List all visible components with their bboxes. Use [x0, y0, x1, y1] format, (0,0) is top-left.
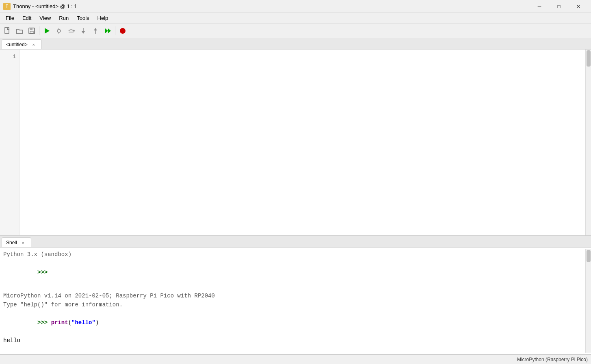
run-button[interactable] — [41, 25, 52, 37]
step-over-button[interactable] — [65, 25, 77, 37]
shell-text-area: Python 3.x (sandbox) >>> MicroPython v1.… — [0, 249, 585, 353]
debug-button[interactable] — [53, 25, 65, 37]
menu-bar: File Edit View Run Tools Help — [0, 13, 591, 24]
close-button[interactable]: ✕ — [569, 0, 588, 13]
shell-line-empty-prompt: >>> — [3, 259, 582, 286]
svg-point-5 — [57, 29, 61, 32]
shell-line-sandbox: Python 3.x (sandbox) — [3, 250, 582, 259]
title-bar-left: T Thonny - <untitled> @ 1 : 1 — [3, 3, 77, 10]
menu-file[interactable]: File — [2, 14, 18, 22]
svg-rect-2 — [30, 28, 32, 30]
new-file-button[interactable] — [2, 25, 13, 37]
toolbar — [0, 24, 591, 38]
py-hello-string: "hello" — [71, 319, 95, 326]
shell-prompt-2: >>> — [37, 319, 51, 326]
shell-scrollbar[interactable] — [585, 249, 591, 353]
svg-marker-11 — [82, 31, 85, 34]
window-controls: ─ □ ✕ — [530, 0, 588, 13]
shell-line-help-info: Type "help()" for more information. — [3, 300, 582, 309]
menu-view[interactable]: View — [35, 14, 55, 22]
shell-line-current-prompt[interactable]: >>> — [3, 345, 582, 353]
editor-tab-untitled[interactable]: <untitled> × — [2, 39, 42, 49]
py-paren-close: ) — [95, 319, 99, 326]
py-print-keyword: print — [51, 319, 68, 326]
shell-tab-label: Shell — [6, 240, 17, 246]
shell-prompt-1: >>> — [37, 269, 51, 276]
menu-edit[interactable]: Edit — [18, 14, 35, 22]
title-bar: T Thonny - <untitled> @ 1 : 1 ─ □ ✕ — [0, 0, 591, 13]
menu-tools[interactable]: Tools — [73, 14, 93, 22]
editor-tab-bar: <untitled> × — [0, 38, 591, 50]
py-paren-open: ( — [68, 319, 71, 326]
svg-marker-15 — [108, 28, 111, 33]
line-numbers: 1 — [0, 50, 19, 235]
editor-tab-close[interactable]: × — [31, 42, 37, 47]
shell-scrollbar-thumb[interactable] — [587, 250, 591, 262]
toolbar-separator-2 — [115, 26, 115, 35]
minimize-button[interactable]: ─ — [530, 0, 549, 13]
editor-content[interactable] — [19, 50, 585, 235]
line-number-1: 1 — [0, 53, 19, 61]
save-file-button[interactable] — [26, 25, 37, 37]
editor-scrollbar-thumb[interactable] — [587, 50, 591, 67]
shell-line-blank — [3, 286, 582, 291]
shell-content[interactable]: Python 3.x (sandbox) >>> MicroPython v1.… — [0, 248, 591, 354]
status-text: MicroPython (Raspberry Pi Pico) — [517, 357, 588, 362]
shell-tab[interactable]: Shell × — [2, 237, 31, 247]
svg-marker-13 — [94, 28, 97, 30]
editor-scrollbar[interactable] — [585, 50, 591, 235]
step-into-button[interactable] — [78, 25, 89, 37]
svg-marker-14 — [105, 28, 108, 33]
shell-line-print-cmd: >>> print("hello") — [3, 309, 582, 336]
bottom-panel: Shell × Python 3.x (sandbox) >>> MicroPy… — [0, 236, 591, 354]
step-out-button[interactable] — [90, 25, 101, 37]
svg-rect-3 — [30, 31, 33, 33]
resume-button[interactable] — [102, 25, 113, 37]
menu-help[interactable]: Help — [93, 14, 113, 22]
toolbar-separator-1 — [39, 26, 39, 35]
editor-tab-label: <untitled> — [6, 42, 28, 47]
svg-point-16 — [120, 28, 126, 34]
app-icon: T — [3, 3, 11, 10]
menu-run[interactable]: Run — [55, 14, 73, 22]
editor-area: 1 — [0, 50, 591, 236]
shell-tab-bar: Shell × — [0, 236, 591, 248]
shell-tab-close[interactable]: × — [20, 240, 26, 246]
svg-marker-4 — [45, 28, 50, 34]
svg-rect-0 — [5, 28, 9, 33]
status-bar: MicroPython (Raspberry Pi Pico) — [0, 354, 591, 364]
main-area: 1 Shell × Python 3.x (sandbox) >>> — [0, 50, 591, 354]
svg-marker-8 — [74, 30, 75, 32]
maximize-button[interactable]: □ — [550, 0, 568, 13]
stop-button[interactable] — [117, 25, 128, 37]
shell-line-hello-output: hello — [3, 336, 582, 345]
open-file-button[interactable] — [14, 25, 25, 37]
shell-line-micropython-info: MicroPython v1.14 on 2021-02-05; Raspber… — [3, 291, 582, 300]
window-title: Thonny - <untitled> @ 1 : 1 — [13, 3, 77, 9]
